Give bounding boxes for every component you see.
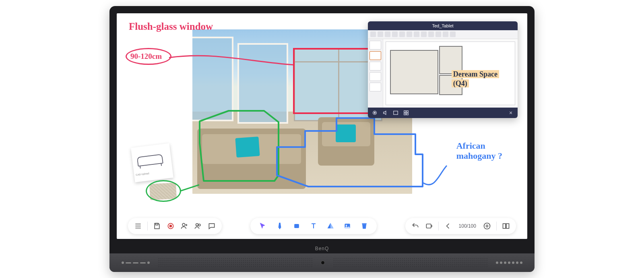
svg-point-11 [182, 223, 185, 226]
camera-icon [321, 261, 325, 265]
annotation-dimension: 90-120cm [130, 52, 162, 61]
overview-icon[interactable] [502, 222, 510, 230]
text-tool-icon[interactable] [308, 221, 319, 231]
svg-rect-5 [407, 111, 408, 112]
svg-point-10 [170, 225, 172, 227]
comment-icon[interactable] [207, 222, 216, 230]
svg-point-2 [374, 112, 376, 114]
annotation-window-title: Flush-glass window [129, 21, 213, 33]
svg-rect-6 [404, 113, 406, 115]
page-indicator: 100/100 [457, 223, 478, 229]
expand-icon[interactable] [393, 110, 398, 116]
speaker-bar [109, 253, 535, 272]
benq-panel: Flush-glass window 90-120cm African maho… [109, 6, 535, 272]
select-tool-icon[interactable] [258, 221, 268, 231]
record-icon[interactable] [166, 222, 175, 230]
bezel: Flush-glass window 90-120cm African maho… [109, 6, 535, 244]
left-ports [122, 261, 150, 264]
toolbar-right: 100/100 [405, 218, 516, 234]
right-controls [496, 261, 522, 264]
brand-logo: BenQ [109, 244, 535, 253]
svg-rect-7 [407, 113, 408, 115]
sticky-note-sofa-sketch[interactable]: CAD Upload [131, 143, 173, 182]
add-page-icon[interactable] [483, 222, 491, 230]
eraser-tool-icon[interactable] [291, 221, 302, 231]
svg-rect-4 [404, 111, 406, 112]
redo-icon[interactable] [425, 222, 433, 230]
svg-rect-18 [426, 224, 431, 228]
screencast-title: Ted_Tablet [368, 21, 518, 30]
toolbar-left [128, 218, 222, 234]
screencast-app-ribbon [368, 30, 518, 39]
delete-tool-icon[interactable] [359, 221, 369, 231]
svg-rect-3 [394, 111, 398, 115]
save-icon[interactable] [153, 222, 161, 230]
svg-rect-21 [506, 224, 509, 228]
pen-tool-icon[interactable] [275, 221, 285, 231]
shape-tool-icon[interactable] [325, 221, 336, 231]
swatch-circle [146, 180, 181, 202]
svg-rect-14 [294, 224, 299, 228]
svg-point-16 [346, 225, 347, 226]
whiteboard-canvas[interactable]: Flush-glass window 90-120cm African maho… [117, 13, 527, 239]
annotation-mahogany: African mahogany ? [456, 141, 502, 161]
group-icon[interactable] [194, 222, 202, 230]
svg-point-12 [196, 224, 198, 226]
undo-icon[interactable] [411, 222, 420, 230]
svg-rect-17 [362, 223, 367, 224]
svg-rect-20 [503, 224, 506, 228]
grid-icon[interactable] [403, 110, 409, 116]
volume-icon[interactable] [382, 110, 388, 116]
image-tool-icon[interactable] [342, 221, 353, 231]
prev-page-icon[interactable] [444, 222, 452, 230]
screencast-footer: × [368, 108, 518, 118]
menu-icon[interactable] [134, 222, 142, 230]
slide-thumbnails[interactable] [368, 39, 383, 108]
annotation-dream-space: Deream Space (Q4) [452, 70, 499, 88]
toolbar-center [250, 218, 377, 234]
add-user-icon[interactable] [180, 222, 189, 230]
cast-icon[interactable] [372, 110, 378, 116]
svg-rect-8 [156, 223, 158, 225]
svg-point-13 [198, 224, 200, 226]
close-icon[interactable]: × [508, 110, 514, 116]
toolbar-area: 100/100 [117, 218, 527, 234]
